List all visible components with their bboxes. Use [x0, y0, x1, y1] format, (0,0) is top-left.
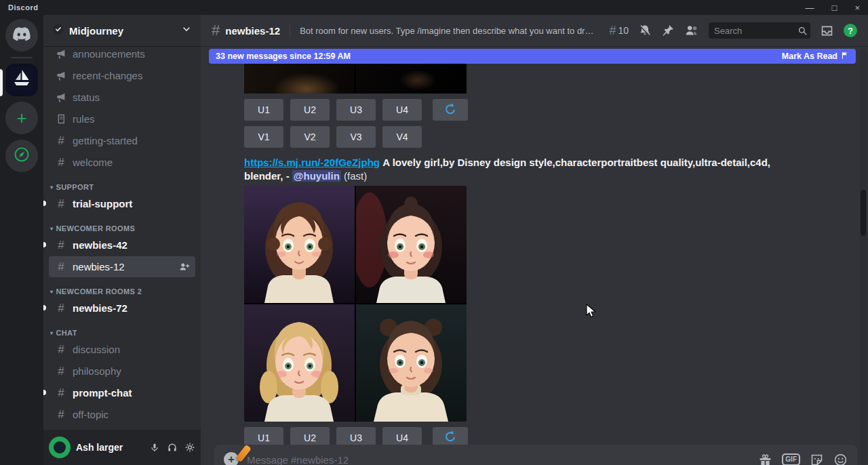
u2-button[interactable]: U2	[290, 99, 330, 121]
username: Ash larger	[76, 442, 144, 453]
generated-image-4[interactable]	[356, 304, 467, 422]
channel-newbies-72[interactable]: # newbies-72	[49, 298, 195, 319]
close-button[interactable]: ×	[854, 3, 860, 12]
gif-picker-button[interactable]: GIF	[782, 453, 800, 465]
rail-divider	[11, 57, 33, 58]
refresh-icon	[443, 102, 457, 118]
unread-indicator	[43, 305, 46, 310]
active-server-indicator	[0, 69, 3, 96]
header-toolbar: # 10	[609, 22, 857, 39]
chevron-down-icon: ▾	[50, 330, 53, 336]
unread-indicator	[43, 242, 46, 247]
hash-icon: #	[54, 198, 68, 209]
threads-button[interactable]: # 10	[609, 24, 629, 37]
member-list-icon[interactable]	[684, 23, 699, 38]
channel-sidebar: Midjourney announcements recent-changes …	[43, 15, 201, 465]
hash-icon: #	[212, 23, 220, 38]
channel-announcements[interactable]: announcements	[49, 46, 195, 64]
chevron-down-icon: ▾	[50, 226, 53, 232]
section-newcomer-rooms-2[interactable]: ▾ NEWCOMER ROOMS 2	[43, 278, 201, 297]
hash-icon: #	[54, 365, 68, 377]
hash-icon: #	[54, 157, 68, 168]
home-button[interactable]	[5, 19, 38, 52]
channel-newbies-12[interactable]: # newbies-12	[49, 256, 195, 277]
chevron-down-icon: ▾	[50, 289, 53, 295]
v3-button[interactable]: V3	[336, 126, 376, 148]
message-input[interactable]	[247, 454, 750, 465]
channel-rules[interactable]: rules	[49, 108, 195, 129]
create-invite-icon[interactable]	[178, 261, 190, 272]
hash-icon: #	[54, 239, 68, 251]
hash-icon: #	[54, 135, 68, 146]
microphone-icon[interactable]	[149, 442, 160, 453]
sticker-icon[interactable]	[810, 453, 824, 465]
channel-welcome[interactable]: # welcome	[49, 152, 195, 173]
channel-label: welcome	[73, 157, 113, 168]
reroll-button[interactable]	[433, 99, 468, 121]
channel-status[interactable]: status	[49, 87, 195, 108]
channel-label: off-topic	[73, 409, 108, 420]
chevron-down-icon: ▾	[50, 184, 53, 190]
channel-discussion[interactable]: # discussion	[49, 339, 195, 360]
scrollbar-track[interactable]	[860, 49, 867, 465]
v1-button[interactable]: V1	[244, 126, 283, 148]
add-server-button[interactable]: +	[5, 102, 38, 134]
channel-philosophy[interactable]: # philosophy	[49, 361, 195, 382]
generated-image-2[interactable]	[356, 186, 467, 303]
generated-image-1[interactable]	[244, 186, 355, 303]
server-name: Midjourney	[69, 25, 176, 37]
channel-list: announcements recent-changes status rule…	[43, 46, 201, 465]
search-input[interactable]	[714, 26, 795, 36]
v4-button[interactable]: V4	[382, 126, 422, 148]
notification-settings-icon[interactable]	[638, 24, 652, 37]
help-icon[interactable]: ?	[844, 24, 857, 37]
channel-title: newbies-12	[225, 25, 280, 37]
user-mention[interactable]: @huyulin	[292, 170, 341, 182]
megaphone-icon	[54, 70, 68, 82]
channel-topic[interactable]: Bot room for new users. Type /imagine th…	[300, 26, 598, 36]
settings-gear-icon[interactable]	[184, 442, 195, 453]
scrollbar-thumb[interactable]	[861, 190, 866, 236]
minimize-button[interactable]: —	[806, 3, 814, 12]
hash-icon: #	[54, 261, 68, 272]
gift-icon[interactable]	[758, 453, 772, 465]
explore-servers-button[interactable]	[5, 140, 38, 172]
channel-prompt-chat[interactable]: # prompt-chat	[49, 382, 195, 403]
new-messages-bar[interactable]: 33 new messages since 12:59 AM Mark As R…	[209, 49, 856, 64]
mark-as-read-button[interactable]: Mark As Read	[782, 52, 849, 62]
refresh-icon	[443, 430, 457, 445]
v2-button[interactable]: V2	[290, 126, 330, 148]
hash-icon: #	[54, 387, 68, 399]
emoji-picker-icon[interactable]	[833, 453, 848, 465]
section-chat[interactable]: ▾ CHAT	[43, 319, 201, 338]
server-icon-midjourney[interactable]	[5, 64, 38, 96]
channel-label: discussion	[73, 344, 120, 355]
window-controls: — □ ×	[806, 3, 860, 12]
section-support[interactable]: ▾ SUPPORT	[43, 174, 201, 193]
u3-button[interactable]: U3	[336, 99, 376, 121]
chevron-down-icon	[182, 24, 191, 37]
channel-trial-support[interactable]: # trial-support	[49, 193, 195, 214]
upscale-button-row: U1 U2 U3 U4	[244, 99, 868, 121]
server-header[interactable]: Midjourney	[43, 15, 201, 46]
flag-icon	[841, 52, 849, 62]
generated-image-grid[interactable]	[244, 186, 467, 422]
maximize-button[interactable]: □	[832, 3, 837, 12]
previous-generated-image[interactable]	[244, 64, 467, 94]
channel-getting-started[interactable]: # getting-started	[49, 130, 195, 151]
inbox-icon[interactable]	[820, 24, 834, 38]
section-newcomer-rooms[interactable]: ▾ NEWCOMER ROOMS	[43, 215, 201, 234]
channel-label: recent-changes	[73, 70, 142, 81]
prompt-link[interactable]: https://s.mj.run/-20fGeZjphg	[244, 157, 380, 168]
u4-button[interactable]: U4	[382, 99, 422, 121]
pinned-messages-icon[interactable]	[661, 24, 675, 37]
section-label: CHAT	[56, 329, 77, 337]
u1-button[interactable]: U1	[244, 99, 283, 121]
generated-image-3[interactable]	[244, 304, 355, 422]
channel-newbies-42[interactable]: # newbies-42	[49, 235, 195, 256]
headphones-icon[interactable]	[167, 442, 178, 453]
avatar[interactable]	[49, 437, 71, 458]
channel-label: philosophy	[73, 365, 121, 377]
channel-recent-changes[interactable]: recent-changes	[49, 65, 195, 86]
channel-off-topic[interactable]: # off-topic	[49, 404, 195, 425]
